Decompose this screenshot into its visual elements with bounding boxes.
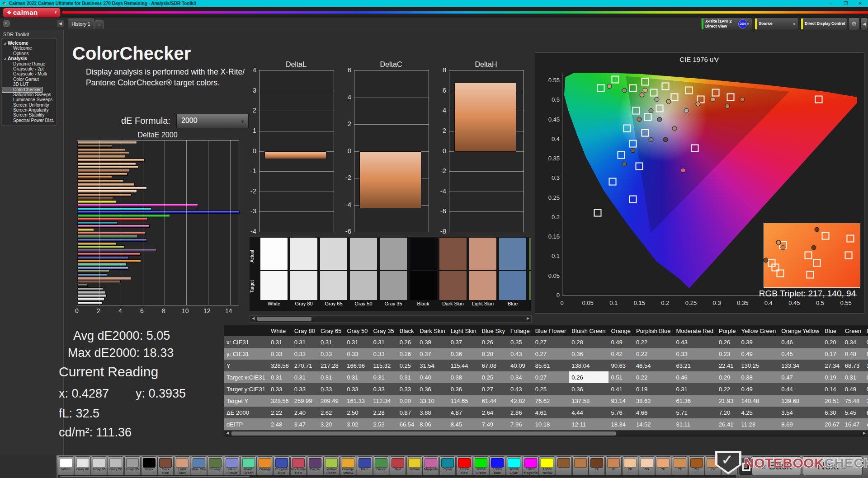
patch-strip-scrollbar[interactable]: ◀ ▶ (250, 315, 532, 323)
table-cell[interactable]: 0.49 (738, 348, 778, 360)
table-cell[interactable]: 2.64 (479, 407, 508, 418)
sidebar-item-luminance-sweeps[interactable]: Luminance Sweeps (2, 97, 56, 102)
patch-button-100-magenta[interactable]: 100% Magenta (523, 456, 539, 476)
table-cell[interactable]: 21.93 (716, 395, 739, 407)
table-cell[interactable]: 40.09 (508, 360, 533, 371)
table-cell[interactable]: 0.31 (344, 336, 370, 348)
table-cell[interactable]: 0.31 (674, 383, 716, 395)
table-cell[interactable]: 161.33 (344, 395, 370, 407)
table-cell[interactable]: 140.48 (738, 395, 778, 407)
tree-group-analysis[interactable]: ◢Analysis (2, 56, 56, 61)
display-control-dropdown[interactable]: Direct Display Control ▼ (800, 18, 847, 30)
table-cell[interactable]: 0.33 (674, 348, 716, 360)
patch-button-red[interactable]: Red (390, 456, 406, 476)
table-cell[interactable]: 0.33 (292, 383, 318, 395)
table-cell[interactable]: 0.31 (292, 336, 318, 348)
table-cell[interactable]: 0.28 (569, 336, 608, 348)
patch-button-cyan[interactable]: Cyan (439, 456, 456, 476)
table-cell[interactable]: 18.34 (609, 418, 633, 430)
table-cell[interactable]: 0.31 (371, 371, 397, 383)
table-cell[interactable]: 12.11 (569, 418, 608, 430)
tree-group-welcome[interactable]: ◢Welcome (2, 41, 56, 46)
table-cell[interactable]: 75.48 (842, 395, 864, 407)
table-cell[interactable]: 4.87 (448, 407, 479, 418)
scroll-left-icon[interactable]: ◀ (250, 316, 256, 321)
table-cell[interactable]: 209.49 (318, 395, 344, 407)
sidebar-item-grayscale-2pt[interactable]: Grayscale - 2pt (2, 66, 56, 71)
patch-button-100-yellow[interactable]: 100% Yellow (539, 456, 555, 476)
table-cell[interactable]: 90.63 (609, 360, 633, 371)
source-dropdown[interactable]: Source ▼ (754, 18, 798, 30)
patch-button-bluish-green[interactable]: Bluish Green (241, 456, 257, 476)
table-scrollbar[interactable]: ◀ ▶ (224, 430, 868, 437)
patch-button-unlabeled[interactable] (556, 456, 572, 476)
table-cell[interactable]: 5.45 (842, 407, 864, 418)
table-cell[interactable]: 4.25 (738, 407, 778, 418)
table-cell[interactable]: 2.48 (268, 418, 292, 430)
patch-button-light-skin[interactable]: Light Skin (174, 456, 190, 476)
table-cell[interactable]: 0.14 (822, 383, 842, 395)
table-cell[interactable]: 166.96 (344, 360, 370, 371)
scroll-right-icon[interactable]: ▶ (525, 316, 531, 321)
table-cell[interactable]: 68.73 (842, 360, 864, 371)
table-cell[interactable]: 217.28 (318, 360, 344, 371)
sidebar-item-spectral-power-dist-[interactable]: Spectral Power Dist. (2, 118, 56, 123)
table-cell[interactable]: 0.31 (397, 371, 417, 383)
table-cell[interactable]: 0.48 (842, 348, 864, 360)
table-cell[interactable]: 0.19 (822, 371, 842, 383)
table-cell[interactable]: 0.36 (569, 383, 608, 395)
table-cell[interactable]: 0.87 (397, 407, 417, 418)
table-cell[interactable]: 0.31 (371, 336, 397, 348)
tab-history-1[interactable]: History 1 (68, 19, 94, 29)
patch-button-magenta[interactable]: Magenta (423, 456, 439, 476)
table-cell[interactable]: 0.40 (417, 371, 448, 383)
table-cell[interactable]: 0.26 (397, 336, 417, 348)
table-cell[interactable]: 31.11 (674, 418, 716, 430)
table-cell[interactable]: 0.39 (738, 336, 778, 348)
table-cell[interactable]: 2.50 (344, 407, 370, 418)
table-cell[interactable]: 27.34 (822, 360, 842, 371)
table-cell[interactable]: 5.71 (674, 407, 716, 418)
table-cell[interactable]: 0.31 (318, 371, 344, 383)
table-cell[interactable]: 0.33 (318, 348, 344, 360)
table-cell[interactable]: 61.44 (479, 395, 508, 407)
table-cell[interactable]: 114.65 (448, 395, 479, 407)
table-cell[interactable]: 0.38 (448, 371, 479, 383)
patch-button-green[interactable]: Green (373, 456, 389, 476)
table-cell[interactable]: 7.49 (479, 418, 508, 430)
table-cell[interactable]: 112.34 (371, 395, 397, 407)
table-cell[interactable]: 0.38 (738, 371, 778, 383)
table-cell[interactable]: 5.76 (609, 407, 633, 418)
table-cell[interactable]: 3.54 (778, 407, 822, 418)
table-cell[interactable]: 0.31 (292, 371, 318, 383)
sidebar-item-screen-uniformity[interactable]: Screen Uniformity (2, 103, 56, 108)
scroll-left-icon[interactable]: ◀ (224, 431, 231, 436)
table-cell[interactable]: 0.26 (479, 336, 508, 348)
table-cell[interactable]: 0.45 (778, 348, 822, 360)
table-cell[interactable]: 115.44 (448, 360, 479, 371)
table-cell[interactable]: 38.32 (864, 395, 868, 407)
patch-button-yellow-green[interactable]: Yellow Green (323, 456, 340, 476)
patch-button-gray-65[interactable]: Gray 65 (91, 456, 107, 476)
table-cell[interactable]: 0.43 (508, 383, 533, 395)
table-cell[interactable]: 3.88 (417, 407, 448, 418)
table-cell[interactable]: 0.31 (842, 371, 864, 383)
patch-button-foliage[interactable]: Foliage (207, 456, 223, 476)
table-cell[interactable]: 0.29 (716, 371, 739, 383)
table-cell[interactable]: 8.69 (778, 418, 822, 430)
table-cell[interactable]: 16.47 (842, 418, 864, 430)
table-cell[interactable]: 76.62 (533, 395, 569, 407)
table-cell[interactable]: 3.02 (344, 418, 370, 430)
sidebar-item-dynamic-range[interactable]: Dynamic Range (2, 61, 56, 66)
table-cell[interactable]: 61.36 (674, 395, 716, 407)
patch-button-2f[interactable]: 2F (605, 456, 622, 476)
table-cell[interactable]: 0.36 (417, 383, 448, 395)
panel-collapse-button[interactable]: ◀ (860, 18, 868, 30)
table-cell[interactable]: 4.61 (533, 407, 569, 418)
patch-button-gray-35[interactable]: Gray 35 (124, 456, 141, 476)
table-cell[interactable]: 0.33 (397, 383, 417, 395)
table-cell[interactable]: 33.10 (417, 395, 448, 407)
table-cell[interactable]: 0.27 (533, 336, 569, 348)
table-cell[interactable]: 8.45 (448, 418, 479, 430)
sidebar-item-welcome[interactable]: Welcome (2, 46, 56, 51)
